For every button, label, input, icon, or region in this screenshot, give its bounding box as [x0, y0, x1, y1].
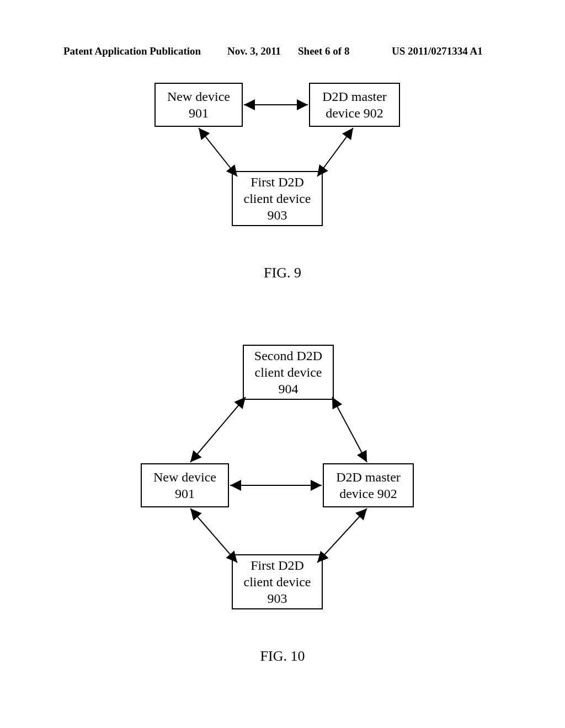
box-903-line1: First D2D [250, 174, 304, 190]
box-904-line3: 904 [279, 381, 299, 397]
figure-9-label: FIG. 9 [0, 265, 565, 281]
box-904-line2: client device [255, 364, 322, 381]
svg-line-3 [190, 397, 246, 462]
box-second-d2d-client-904: Second D2D client device 904 [243, 345, 334, 400]
figure-10: Second D2D client device 904 New device … [0, 345, 565, 620]
box-903b-line1: First D2D [250, 557, 304, 574]
figure-9: New device 901 D2D master device 902 Fir… [0, 83, 565, 270]
header-publication: Patent Application Publication [63, 45, 201, 57]
box-902b-line2: device 902 [339, 485, 397, 502]
box-d2d-master-902: D2D master device 902 [309, 83, 400, 127]
box-904-line1: Second D2D [254, 347, 322, 364]
box-902-line1: D2D master [322, 88, 387, 105]
header-date: Nov. 3, 2011 [227, 45, 281, 57]
box-901-line2: 901 [189, 105, 209, 121]
svg-line-2 [317, 128, 353, 176]
box-new-device-901-b: New device 901 [141, 463, 229, 507]
box-new-device-901: New device 901 [154, 83, 243, 127]
svg-line-6 [190, 508, 237, 563]
box-first-d2d-client-903: First D2D client device 903 [232, 171, 323, 226]
box-902-line2: device 902 [326, 105, 383, 121]
box-903b-line2: client device [244, 574, 311, 590]
box-first-d2d-client-903-b: First D2D client device 903 [232, 554, 323, 609]
box-d2d-master-902-b: D2D master device 902 [323, 463, 414, 507]
header-sheet: Sheet 6 of 8 [298, 45, 349, 57]
box-901b-line2: 901 [175, 485, 195, 502]
box-903-line2: client device [244, 190, 311, 207]
figure-10-label: FIG. 10 [0, 648, 565, 665]
box-901b-line1: New device [153, 469, 216, 485]
box-903-line3: 903 [268, 207, 287, 223]
box-903b-line3: 903 [268, 590, 287, 607]
header-pubnumber: US 2011/0271334 A1 [392, 45, 483, 57]
box-901-line1: New device [167, 88, 230, 105]
svg-line-4 [332, 397, 367, 462]
svg-line-7 [317, 508, 367, 563]
box-902b-line1: D2D master [336, 469, 401, 485]
svg-line-1 [199, 128, 237, 176]
